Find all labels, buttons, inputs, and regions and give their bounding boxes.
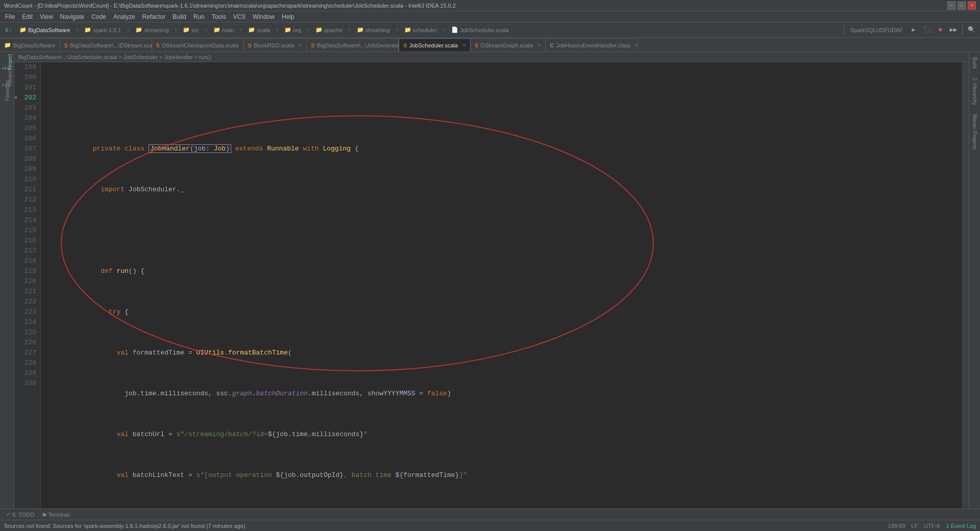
status-bar-left: Sources not found: Sources for 'spark-as… — [4, 523, 246, 529]
code-line-200: import JobScheduler._ — [45, 174, 958, 185]
tab-scala-icon: S — [156, 42, 160, 48]
tab-dstream[interactable]: S BigDataSoftware\...\DStream.scala ✕ — [60, 38, 152, 52]
tab-folder-icon: 📁 — [4, 42, 11, 48]
tab-scala-icon: S — [311, 42, 314, 48]
tab-close-jobscheduler[interactable]: ✕ — [462, 42, 466, 48]
folder-icon: 📁 — [315, 27, 323, 33]
toolbar-breadcrumb-scala[interactable]: 📁 scala — [245, 26, 273, 34]
tab-dstreamcheckpoint[interactable]: S DStreamCheckpointData.scala ✕ — [152, 38, 244, 52]
menu-run[interactable]: Run — [190, 12, 208, 21]
folder-icon: 📁 — [284, 27, 291, 33]
run-button[interactable]: ▶ — [908, 24, 919, 36]
tab-jobscheduler[interactable]: S JobScheduler.scala ✕ — [399, 38, 471, 52]
svg-point-0 — [61, 116, 653, 371]
tab-jobgenerator[interactable]: S BigDataSoftware\...\JobGenerator.scala… — [307, 38, 399, 52]
menu-window[interactable]: Window — [250, 12, 278, 21]
code-content[interactable]: private class JobHandler(job: Job) exten… — [41, 62, 962, 509]
maximize-button[interactable]: □ — [958, 2, 966, 10]
editor-right-margin — [962, 62, 969, 509]
tab-bigdatasoftware[interactable]: 📁 BigDataSoftware — [0, 38, 60, 52]
right-sidebar-build[interactable]: Build — [971, 54, 978, 71]
line-endings: LF — [911, 523, 918, 529]
status-bar-right: 199:69 LF UTF-8 1 Event Log — [888, 523, 976, 529]
right-sidebar: Build 2: Hierarchy Maven Projects — [969, 52, 980, 509]
menu-view[interactable]: View — [37, 12, 56, 21]
left-sidebar: 1: Project 2: Hierarchy Favorites — [0, 52, 14, 509]
menu-code[interactable]: Code — [88, 12, 109, 21]
toolbar-breadcrumb-streaming[interactable]: 📁 streaming — [132, 26, 172, 34]
minimize-button[interactable]: ─ — [947, 2, 955, 10]
window-controls: ─ □ ✕ — [947, 2, 976, 10]
menu-refactor[interactable]: Refactor — [139, 12, 168, 21]
menu-bar: File Edit View Navigate Code Analyze Ref… — [0, 11, 980, 22]
folder-icon: 📁 — [213, 27, 220, 33]
folder-icon: 📁 — [183, 27, 190, 33]
editor-area: BigDataSoftware\...\JobScheduler.scala >… — [14, 52, 969, 509]
toolbar-breadcrumb-main[interactable]: 📁 main — [210, 26, 237, 34]
resume-button[interactable]: ▶▶ — [948, 24, 959, 36]
right-sidebar-maven[interactable]: Maven Projects — [971, 111, 978, 153]
tab-jobhistory[interactable]: C JobHistoryEventHandler.class ✕ — [546, 38, 638, 52]
tab-close-dstreamgraph[interactable]: ✕ — [537, 42, 541, 48]
toolbar-separator2 — [962, 25, 963, 35]
window-title: WordCount - [D:\IdeaProjects\WordCount] … — [4, 3, 456, 9]
menu-file[interactable]: File — [2, 12, 18, 21]
tab-dstreamgraph[interactable]: S DStreamGraph.scala ✕ — [471, 38, 546, 52]
code-line-207: val batchLinkText = s"[output operation … — [45, 460, 958, 470]
main-layout: 1: Project 2: Hierarchy Favorites BigDat… — [0, 52, 980, 509]
menu-build[interactable]: Build — [169, 12, 189, 21]
toolbar-run-config[interactable]: SparkSQLUDFUDAF — [847, 26, 906, 34]
tabs-bar: 📁 BigDataSoftware S BigDataSoftware\...\… — [0, 38, 980, 52]
tab-close-blockrdd[interactable]: ✕ — [298, 42, 302, 48]
bottom-panel: ✓ 6: TODO ▶ Terminal — [0, 509, 980, 520]
tab-close-jobhistory[interactable]: ✕ — [634, 42, 639, 48]
folder-icon: 📁 — [404, 27, 411, 33]
menu-help[interactable]: Help — [279, 12, 298, 21]
breadcrumb: BigDataSoftware\...\JobScheduler.scala >… — [14, 52, 969, 62]
title-bar: WordCount - [D:\IdeaProjects\WordCount] … — [0, 0, 980, 11]
tab-scala-icon: S — [475, 42, 478, 48]
todo-tab[interactable]: ✓ 6: TODO — [3, 510, 38, 519]
menu-tools[interactable]: Tools — [209, 12, 229, 21]
line-numbers: 199 200 201 202 ● 203 204 205 206 207 20… — [14, 62, 41, 509]
toolbar-breadcrumb-org[interactable]: 📁 org — [281, 26, 304, 34]
toolbar-breadcrumb-bigdatasoftware[interactable]: 📁 BigDataSoftware — [16, 26, 74, 34]
folder-icon: 📁 — [84, 27, 91, 33]
menu-edit[interactable]: Edit — [19, 12, 36, 21]
tab-scala-icon-active: S — [403, 42, 407, 48]
status-message: Sources not found: Sources for 'spark-as… — [4, 523, 246, 529]
code-line-208 — [45, 501, 958, 509]
search-everywhere-button[interactable]: 🔍 — [966, 24, 977, 36]
close-button[interactable]: ✕ — [968, 2, 976, 10]
toolbar-breadcrumb-streaming2[interactable]: 📁 streaming — [354, 26, 393, 34]
todo-icon: ✓ — [6, 511, 11, 518]
event-log[interactable]: 1 Event Log — [946, 523, 976, 529]
code-line-205: job.time.milliseconds, ssc.graph.batchDu… — [45, 378, 958, 389]
toolbar-separator — [844, 25, 844, 35]
toolbar-breadcrumb-scheduler[interactable]: 📁 scheduler — [401, 26, 440, 34]
menu-navigate[interactable]: Navigate — [57, 12, 87, 21]
code-editor[interactable]: 199 200 201 202 ● 203 204 205 206 207 20… — [14, 62, 969, 509]
toolbar-breadcrumb-spark[interactable]: 📁 spark-1.6.1 — [81, 26, 124, 34]
toolbar-breadcrumb-src[interactable]: 📁 src — [180, 26, 202, 34]
tab-class-icon: C — [550, 42, 554, 48]
toolbar-breadcrumb-apache[interactable]: 📁 apache — [312, 26, 346, 34]
scala-file-icon: 📄 — [451, 27, 458, 33]
toolbar-breadcrumb-file[interactable]: 📄 JobScheduler.scala — [448, 26, 511, 34]
folder-icon: 📁 — [135, 27, 142, 33]
tab-scala-icon: S — [248, 42, 252, 48]
status-bar: Sources not found: Sources for 'spark-as… — [0, 520, 980, 531]
tab-blockrdd[interactable]: S BlockRDD.scala ✕ — [244, 38, 307, 52]
cursor-position: 199:69 — [888, 523, 905, 529]
sidebar-favorites-icon[interactable]: Favorites — [2, 85, 13, 96]
stop-button[interactable]: ■ — [935, 24, 946, 36]
tool-bar: E: 📁 BigDataSoftware › 📁 spark-1.6.1 › 📁… — [0, 22, 980, 38]
terminal-tab[interactable]: ▶ Terminal — [40, 510, 73, 519]
terminal-icon: ▶ — [43, 511, 47, 518]
menu-analyze[interactable]: Analyze — [110, 12, 138, 21]
menu-vcs[interactable]: VCS — [230, 12, 249, 21]
right-sidebar-hierarchy[interactable]: 2: Hierarchy — [971, 74, 978, 108]
folder-icon: 📁 — [19, 27, 27, 33]
debug-button[interactable]: ⬛ — [921, 24, 933, 36]
encoding: UTF-8 — [924, 523, 940, 529]
